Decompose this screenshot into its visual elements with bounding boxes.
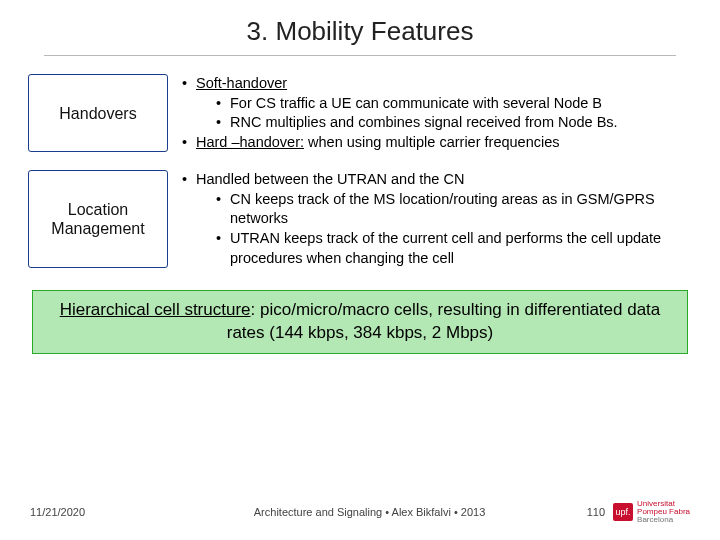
loc-bullet-2: UTRAN keeps track of the current cell an… bbox=[216, 229, 692, 268]
label-handovers: Handovers bbox=[28, 74, 168, 152]
label-location: Location Management bbox=[28, 170, 168, 268]
slide-title: 3. Mobility Features bbox=[0, 0, 720, 55]
row-handovers: Handovers Soft-handover For CS traffic a… bbox=[28, 74, 692, 152]
footer-logo: upf. Universitat Pompeu Fabra Barcelona bbox=[613, 500, 690, 524]
footer-center: Architecture and Signaling • Alex Bikfal… bbox=[170, 506, 569, 518]
row-location: Location Management Handled between the … bbox=[28, 170, 692, 268]
loc-head: Handled between the UTRAN and the CN bbox=[196, 171, 464, 187]
footer-date: 11/21/2020 bbox=[30, 506, 170, 518]
soft-bullet-2: RNC multiplies and combines signal recei… bbox=[216, 113, 692, 133]
content-rows: Handovers Soft-handover For CS traffic a… bbox=[0, 74, 720, 268]
hard-handover-tail: when using multiple carrier frequencies bbox=[304, 134, 560, 150]
green-underlined: Hierarchical cell structure bbox=[60, 300, 251, 319]
upf-logo-icon: upf. bbox=[613, 503, 633, 521]
soft-handover-head: Soft-handover bbox=[196, 75, 287, 91]
logo-line-3: Barcelona bbox=[637, 516, 690, 524]
hard-handover-head: Hard –handover: bbox=[196, 134, 304, 150]
content-location: Handled between the UTRAN and the CN CN … bbox=[182, 170, 692, 268]
upf-logo-labels: Universitat Pompeu Fabra Barcelona bbox=[637, 500, 690, 524]
soft-bullet-1: For CS traffic a UE can communicate with… bbox=[216, 94, 692, 114]
green-tail: : pico/micro/macro cells, resulting in d… bbox=[227, 300, 661, 342]
content-handovers: Soft-handover For CS traffic a UE can co… bbox=[182, 74, 692, 152]
footer: 11/21/2020 Architecture and Signaling • … bbox=[0, 500, 720, 524]
green-callout: Hierarchical cell structure: pico/micro/… bbox=[32, 290, 688, 354]
upf-logo-text: upf. bbox=[616, 508, 631, 517]
title-rule bbox=[44, 55, 676, 56]
footer-page: 110 bbox=[569, 506, 605, 518]
loc-bullet-1: CN keeps track of the MS location/routin… bbox=[216, 190, 692, 229]
